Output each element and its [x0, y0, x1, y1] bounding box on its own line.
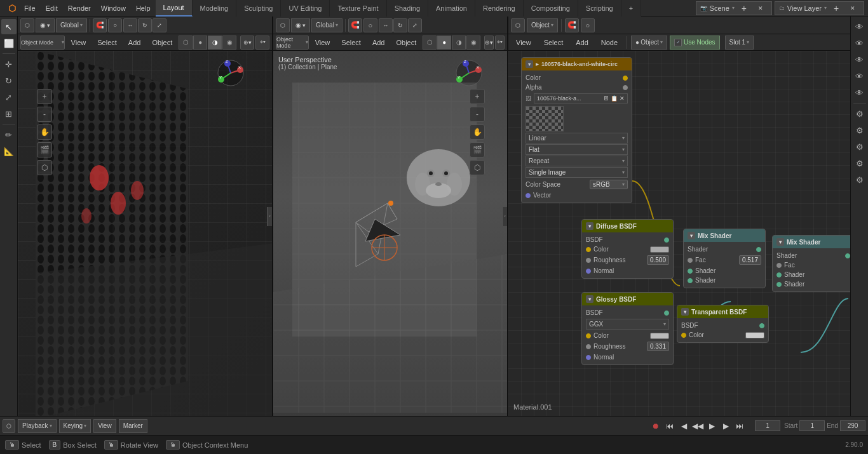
shader-tool-7[interactable]: ⚙: [852, 123, 867, 138]
mid-gizmo-btn[interactable]: ⌖▾: [495, 36, 505, 50]
mid-wireframe[interactable]: ⬡: [423, 36, 437, 50]
glossy-color-swatch[interactable]: [650, 333, 669, 339]
diffuse-node[interactable]: ▾ Diffuse BSDF BSDF Color Rou: [581, 219, 674, 279]
repeat-dropdown[interactable]: Repeat ▾: [526, 156, 628, 166]
mid-rotate[interactable]: ↻: [393, 18, 407, 32]
mix1-fac-socket[interactable]: [688, 258, 693, 263]
glossy-collapse[interactable]: ▾: [586, 295, 593, 303]
transparent-bsdf-socket[interactable]: [759, 323, 764, 328]
mid-snap[interactable]: 🧲: [348, 18, 362, 32]
tab-layout[interactable]: Layout: [156, 0, 193, 17]
material-btn[interactable]: ◑: [208, 36, 222, 50]
keying-dropdown[interactable]: Keying ▾: [59, 419, 92, 433]
node-canvas[interactable]: ▾ ▸ 100576-black-and-white-circlepatt...…: [508, 51, 868, 416]
glossy-normal-socket[interactable]: [586, 355, 591, 360]
cursor-tool[interactable]: ↖: [1, 19, 17, 34]
shader-prop[interactable]: ○: [581, 18, 595, 32]
current-frame-input[interactable]: [755, 420, 780, 431]
mid-zoom-in[interactable]: +: [470, 89, 485, 104]
left-select-btn[interactable]: Select: [92, 36, 122, 50]
slot-select[interactable]: Slot 1 ▾: [725, 36, 754, 50]
texture-alpha-socket[interactable]: [623, 85, 628, 90]
mid-grid[interactable]: ⬡: [470, 160, 485, 175]
shader-tool-5[interactable]: 👁: [852, 85, 867, 100]
tab-compositing[interactable]: Compositing: [524, 0, 578, 17]
timeline-marker-btn[interactable]: Marker: [119, 419, 147, 433]
rotate-icon-btn[interactable]: ↻: [138, 18, 152, 32]
left-add-btn[interactable]: Add: [123, 36, 146, 50]
use-nodes-btn[interactable]: Use Nodes: [670, 36, 719, 50]
view-layer-del[interactable]: ✕: [846, 1, 860, 15]
start-frame-input[interactable]: [799, 420, 825, 431]
transform-tool[interactable]: ⊞: [1, 106, 17, 121]
play-reverse-btn[interactable]: ◀◀: [691, 420, 704, 432]
record-btn[interactable]: ⏺: [649, 420, 662, 432]
mix1-collapse[interactable]: ▾: [688, 232, 695, 239]
shader-tool-3[interactable]: 👁: [852, 52, 867, 67]
glossy-bsdf-socket[interactable]: [664, 310, 669, 316]
mid-scale[interactable]: ⤢: [408, 18, 422, 32]
color-space-dropdown[interactable]: sRGB ▾: [590, 180, 628, 189]
middle-3d-scene[interactable]: User Perspective (1) Collection | Plane …: [273, 51, 507, 416]
grab-icon[interactable]: ↔: [123, 18, 137, 32]
camera-view-btn[interactable]: 🎬: [37, 142, 52, 157]
shader-add-btn[interactable]: Add: [571, 36, 593, 50]
shader-object-select[interactable]: ● Object ▾: [631, 36, 667, 50]
menu-window[interactable]: Window: [96, 0, 131, 17]
scene-selector[interactable]: 📷 Scene ▾ + ✕: [696, 1, 772, 15]
middle-object-btn[interactable]: Object: [391, 36, 421, 50]
middle-select-btn[interactable]: Select: [336, 36, 366, 50]
shader-snap[interactable]: 🧲: [565, 18, 579, 32]
next-frame-btn[interactable]: ▶: [719, 420, 732, 432]
annotate-tool[interactable]: ✏: [1, 127, 17, 142]
transparent-node[interactable]: ▾ Transparent BSDF BSDF Color: [677, 305, 769, 343]
mid-solid[interactable]: ●: [437, 36, 451, 50]
view-layer-selector[interactable]: 🗂 View Layer ▾ + ✕: [775, 1, 864, 15]
playback-dropdown[interactable]: Playback ▾: [18, 419, 57, 433]
mid-grab[interactable]: ↔: [379, 18, 393, 32]
glossy-roughness-socket[interactable]: [586, 344, 591, 349]
wireframe-btn[interactable]: ⬡: [179, 36, 193, 50]
end-frame-input[interactable]: [840, 420, 865, 431]
transparent-color-swatch[interactable]: [745, 332, 764, 338]
tab-shading[interactable]: Shading: [387, 0, 428, 17]
tab-modeling[interactable]: Modeling: [193, 0, 237, 17]
snap-toggle[interactable]: 🧲: [93, 18, 107, 32]
play-btn[interactable]: ▶: [705, 420, 718, 432]
mid-camera[interactable]: 🎬: [470, 142, 485, 157]
menu-edit[interactable]: Edit: [41, 0, 63, 17]
mix-shader-2[interactable]: ▾ Mix Shader Shader Fac Shader: [772, 235, 855, 292]
single-image-dropdown[interactable]: Single Image ▾: [526, 167, 628, 178]
jump-end-btn[interactable]: ⏭: [733, 420, 746, 432]
transparent-color-socket[interactable]: [681, 333, 686, 338]
shader-node-btn[interactable]: Node: [596, 36, 623, 50]
glossy-node[interactable]: ▾ Glossy BSDF BSDF GGX ▾ Color: [581, 292, 674, 365]
mix2-shader-out-socket[interactable]: [845, 253, 850, 258]
pan-btn[interactable]: ✋: [37, 124, 52, 140]
left-object-btn[interactable]: Object: [147, 36, 177, 50]
shader-type-select[interactable]: Object ▾: [527, 18, 558, 32]
zoom-out-btn[interactable]: -: [37, 107, 52, 122]
transparent-collapse[interactable]: ▾: [681, 308, 689, 316]
diffuse-bsdf-socket[interactable]: [664, 237, 669, 243]
mix1-shader-out-socket[interactable]: [756, 247, 761, 252]
tab-animation[interactable]: Animation: [428, 0, 475, 17]
shader-tool-6[interactable]: ⚙: [852, 106, 867, 121]
transform-orientation[interactable]: Global ▾: [56, 18, 87, 32]
texture-collapse[interactable]: ▾: [526, 60, 533, 68]
diffuse-color-swatch[interactable]: [650, 246, 669, 253]
move-tool[interactable]: ✛: [1, 57, 17, 72]
glossy-color-socket[interactable]: [586, 333, 591, 338]
mid-zoom-out[interactable]: -: [470, 107, 485, 122]
menu-render[interactable]: Render: [63, 0, 96, 17]
timeline-view-btn[interactable]: View: [93, 419, 116, 433]
shader-tool-4[interactable]: 👁: [852, 69, 867, 84]
diffuse-normal-socket[interactable]: [586, 269, 591, 274]
texture-image-select[interactable]: 100576-black-a... 🖹 📋 ✕: [534, 93, 628, 103]
glossy-roughness-value[interactable]: 0.331: [647, 342, 669, 351]
texture-node[interactable]: ▾ ▸ 100576-black-and-white-circlepatt...…: [521, 57, 632, 203]
middle-add-btn[interactable]: Add: [367, 36, 390, 50]
jump-start-btn[interactable]: ⏮: [663, 420, 676, 432]
mix1-shader2-socket[interactable]: [688, 278, 693, 283]
linear-dropdown[interactable]: Linear ▾: [526, 133, 628, 144]
